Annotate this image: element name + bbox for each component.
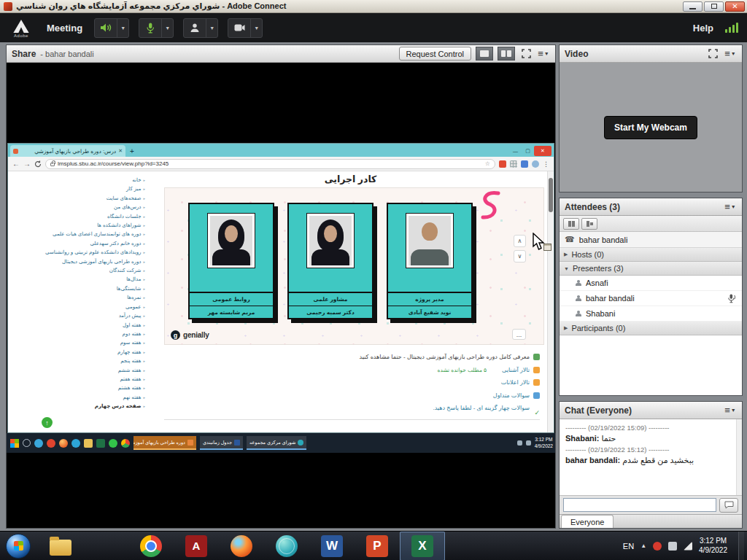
- sidebar-link[interactable]: هفته پنجم: [12, 357, 145, 365]
- send-button[interactable]: [719, 498, 738, 513]
- active-speaker-row[interactable]: ☎ bahar bandali: [560, 232, 742, 248]
- sidebar-link[interactable]: مدال‌ها: [12, 275, 145, 284]
- sidebar-link[interactable]: دوره های توانمندسازی اعضای هیات علمی: [12, 230, 145, 238]
- shared-taskbar-app-icon[interactable]: [59, 439, 68, 448]
- shared-taskbar-app-icon[interactable]: [84, 439, 93, 448]
- sidebar-link[interactable]: شایستگی‌ها: [12, 284, 145, 293]
- shared-window-button[interactable]: جدول زمانبندي: [200, 436, 243, 450]
- sidebar-link[interactable]: شوراهای دانشکده ها: [12, 221, 145, 230]
- course-link-row[interactable]: تالار آشنایی ۵ مطلب خوانده نشده: [164, 364, 540, 377]
- browser-menu-button[interactable]: ⋮: [543, 160, 549, 168]
- more-options-button[interactable]: ...: [512, 329, 526, 340]
- video-pod-menu-button[interactable]: ≡▼: [724, 47, 737, 61]
- sidebar-link[interactable]: پیش درآمد: [12, 311, 145, 320]
- taskbar-app[interactable]: [83, 532, 128, 560]
- shared-search-icon[interactable]: [23, 439, 31, 447]
- sidebar-link[interactable]: هفته هشتم: [12, 384, 145, 392]
- chat-input[interactable]: [563, 498, 716, 512]
- sidebar-link[interactable]: هفته نهم: [12, 393, 145, 402]
- sidebar-link[interactable]: هفته ششم: [12, 366, 145, 375]
- forward-button[interactable]: →: [23, 160, 31, 168]
- webcam-dropdown[interactable]: ▼: [251, 19, 262, 37]
- taskbar-app[interactable]: [264, 532, 309, 560]
- taskbar-app[interactable]: [400, 532, 445, 560]
- carousel-up-button[interactable]: ∧: [514, 235, 526, 247]
- taskbar-app[interactable]: [309, 532, 355, 560]
- fullscreen-button[interactable]: [519, 47, 533, 61]
- course-link-row[interactable]: معرفی کامل دوره طراحی بازیهای آموزشی دیج…: [164, 351, 540, 364]
- network-icon[interactable]: [684, 542, 692, 551]
- attendee-view-toggle-list[interactable]: [563, 218, 579, 230]
- taskbar-app[interactable]: [128, 532, 174, 560]
- back-button[interactable]: ←: [12, 160, 20, 168]
- browser-minimize-button[interactable]: —: [509, 146, 522, 156]
- status-dropdown[interactable]: ▼: [206, 19, 217, 37]
- sidebar-link[interactable]: شرکت کنندگان: [12, 266, 145, 275]
- speaker-dropdown[interactable]: ▼: [117, 19, 128, 37]
- sidebar-link[interactable]: هفته اول: [12, 321, 145, 330]
- minimize-button[interactable]: [683, 1, 703, 12]
- layout-toggle-single[interactable]: [476, 47, 493, 61]
- keyboard-icon[interactable]: [668, 542, 677, 551]
- attendee-row[interactable]: bahar bandali: [560, 291, 742, 306]
- extensions-grid-icon[interactable]: [510, 160, 517, 168]
- scroll-to-top-button[interactable]: ↑: [42, 417, 53, 428]
- notification-icon[interactable]: [653, 542, 662, 551]
- scrollbar-thumb[interactable]: [549, 178, 553, 212]
- meeting-menu[interactable]: Meeting: [42, 23, 94, 34]
- attendee-row[interactable]: Shabani: [560, 306, 742, 322]
- chat-pod-menu-button[interactable]: ≡▼: [724, 404, 737, 417]
- browser-close-button[interactable]: ✕: [534, 146, 551, 156]
- start-button[interactable]: [6, 534, 31, 559]
- language-indicator[interactable]: EN: [623, 542, 634, 551]
- shared-tray-icon[interactable]: [526, 440, 531, 446]
- presenters-group-header[interactable]: ▼ Presenters (3): [560, 262, 742, 276]
- extension-icon-red[interactable]: [499, 160, 506, 168]
- mic-button[interactable]: [139, 19, 162, 37]
- shared-window-button-active[interactable]: دوره طراحي بازيهاي آموزشي: [133, 436, 196, 450]
- webcam-button[interactable]: [228, 19, 251, 37]
- sidebar-link[interactable]: صفحه درس چهارم: [12, 402, 145, 411]
- attendee-row[interactable]: Asnafi: [560, 276, 742, 291]
- shared-tray-icon[interactable]: [517, 440, 522, 446]
- sidebar-link[interactable]: هفته چهارم: [12, 348, 145, 357]
- shared-taskbar-app-icon[interactable]: [34, 439, 43, 448]
- layout-toggle-split[interactable]: [498, 47, 515, 61]
- sidebar-link[interactable]: هفته سوم: [12, 338, 145, 347]
- refresh-button[interactable]: [34, 160, 42, 168]
- sidebar-link[interactable]: میز کار: [12, 184, 145, 193]
- sidebar-link[interactable]: خانه: [12, 176, 145, 184]
- sidebar-link[interactable]: رویدادهای دانشکده علوم تربیتی و روانشناس…: [12, 248, 145, 257]
- tray-expand-icon[interactable]: ▲: [640, 542, 646, 549]
- course-link-row[interactable]: سوالات چهار گزینه ای - لطفا پاسخ دهید.: [164, 402, 540, 415]
- attendee-view-toggle-grid[interactable]: [581, 218, 597, 230]
- bookmark-star-icon[interactable]: ☆: [485, 160, 490, 167]
- course-link-row[interactable]: تالار اعلانات: [164, 376, 540, 389]
- course-link-text[interactable]: سوالات متداول: [493, 392, 530, 399]
- new-tab-button[interactable]: +: [125, 147, 139, 155]
- address-bar[interactable]: lmsplus.sbu.ac.ir/course/view.php?id=324…: [45, 159, 495, 169]
- mic-dropdown[interactable]: ▼: [162, 19, 173, 37]
- chat-scrollbar[interactable]: [736, 419, 742, 495]
- speaker-button[interactable]: [95, 19, 117, 37]
- sidebar-link[interactable]: درس‌های من: [12, 203, 145, 211]
- taskbar-app[interactable]: [38, 532, 83, 560]
- video-fullscreen-button[interactable]: [706, 47, 719, 61]
- taskbar-app[interactable]: [219, 532, 264, 560]
- browser-scrollbar[interactable]: [547, 171, 554, 432]
- help-menu[interactable]: Help: [693, 23, 713, 34]
- chat-tab-everyone[interactable]: Everyone: [561, 515, 614, 528]
- sidebar-link[interactable]: هفته هفتم: [12, 375, 145, 384]
- course-link-row[interactable]: سوالات متداول: [164, 389, 540, 402]
- browser-profile-icon[interactable]: [532, 160, 539, 168]
- shared-start-button[interactable]: [10, 439, 19, 448]
- restore-button[interactable]: [704, 1, 724, 12]
- sidebar-link[interactable]: عمومی: [12, 303, 145, 311]
- sidebar-link[interactable]: نمره‌ها: [12, 293, 145, 302]
- attendees-pod-menu-button[interactable]: ≡▼: [724, 201, 737, 214]
- sidebar-link[interactable]: هفته دوم: [12, 330, 145, 338]
- shared-taskbar-app-icon[interactable]: [71, 439, 80, 448]
- connection-status-icon[interactable]: [725, 23, 738, 33]
- course-link-text[interactable]: معرفی کامل دوره طراحی بازیهای آموزشی دیج…: [360, 354, 530, 360]
- status-button[interactable]: [184, 19, 206, 37]
